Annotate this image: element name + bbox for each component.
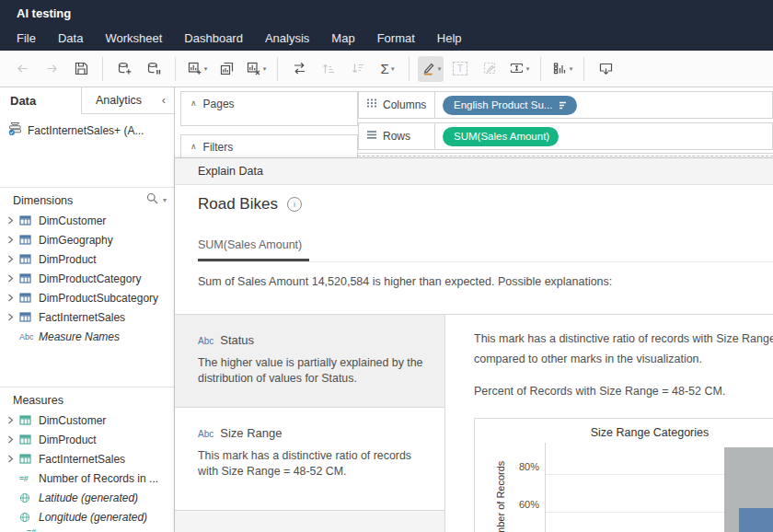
explanation-card-status[interactable]: AbcStatus The higher value is partially … bbox=[175, 315, 444, 408]
chevron-right-icon[interactable] bbox=[7, 455, 19, 463]
divider bbox=[0, 387, 174, 387]
card-body-text: This mark has a distinctive ratio of rec… bbox=[198, 448, 433, 480]
menu-help[interactable]: Help bbox=[426, 31, 473, 45]
card-title-text: Status bbox=[220, 333, 254, 347]
chevron-right-icon[interactable] bbox=[7, 313, 19, 321]
dimensions-list: DimCustomerDimGeographyDimProductDimProd… bbox=[0, 211, 174, 346]
menu-file[interactable]: File bbox=[6, 31, 47, 45]
columns-pill[interactable]: English Product Su... bbox=[443, 96, 577, 115]
toolbar-divider bbox=[102, 57, 103, 81]
rows-pill-label: SUM(Sales Amount) bbox=[454, 131, 549, 142]
chevron-right-icon[interactable] bbox=[7, 294, 19, 302]
search-icon[interactable] bbox=[146, 192, 158, 207]
toolbar-divider bbox=[175, 57, 176, 81]
card-title: AbcSize Range bbox=[198, 426, 428, 440]
field-row[interactable]: DimProduct bbox=[0, 249, 174, 269]
show-hide-cards-button[interactable]: ▾ bbox=[549, 56, 575, 82]
save-button[interactable] bbox=[68, 56, 94, 82]
presentation-mode-button[interactable] bbox=[593, 56, 618, 82]
rows-shelf-label: Rows bbox=[383, 130, 410, 143]
swap-rows-columns-button[interactable] bbox=[286, 56, 312, 82]
menu-worksheet[interactable]: Worksheet bbox=[94, 31, 173, 45]
menu-map[interactable]: Map bbox=[320, 31, 365, 45]
bar-blue_bar[interactable] bbox=[739, 508, 773, 532]
field-row[interactable]: DimProductCategory bbox=[0, 269, 174, 288]
duplicate-sheet-button[interactable] bbox=[213, 56, 239, 82]
field-row[interactable]: DimGeography bbox=[0, 230, 174, 249]
clear-sheet-button[interactable]: ▾ bbox=[243, 56, 269, 82]
chevron-up-icon: ∧ bbox=[190, 142, 197, 151]
y-tick-80: 80% bbox=[493, 461, 539, 472]
field-label: DimProductCategory bbox=[39, 272, 141, 285]
detail-subtitle: Percent of Records with Size Range = 48-… bbox=[474, 385, 725, 398]
rows-pill[interactable]: SUM(Sales Amount) bbox=[443, 127, 559, 146]
field-row[interactable]: FactInternetSales bbox=[0, 307, 174, 327]
info-icon[interactable]: i bbox=[287, 197, 302, 212]
field-row[interactable]: Longitude (generated) bbox=[0, 507, 174, 526]
tab-analytics[interactable]: Analytics bbox=[81, 87, 154, 114]
tab-underline bbox=[198, 261, 773, 262]
field-row[interactable]: Latitude (generated) bbox=[0, 488, 174, 507]
sort-descending-icon bbox=[558, 100, 568, 110]
table-field-icon bbox=[19, 214, 39, 226]
toolbar-divider bbox=[540, 57, 541, 81]
chevron-right-icon[interactable] bbox=[7, 435, 19, 444]
pause-auto-updates-button[interactable] bbox=[141, 56, 167, 82]
abc-field-icon: Abc bbox=[19, 332, 39, 341]
sidebar-tabs: Data Analytics ‹ bbox=[0, 87, 174, 114]
field-label: DimCustomer bbox=[39, 414, 106, 427]
fit-button[interactable]: ▾ bbox=[506, 56, 532, 82]
totals-button[interactable]: Σ▾ bbox=[375, 56, 400, 82]
detail-line1: This mark has a distinctive ratio of rec… bbox=[474, 329, 773, 349]
field-label: DimCustomer bbox=[39, 214, 106, 227]
collapse-pane-icon[interactable]: ‹ bbox=[154, 87, 174, 114]
mark-title: Road Bikes i bbox=[198, 195, 302, 214]
new-worksheet-button[interactable]: ▾ bbox=[184, 56, 210, 82]
chevron-right-icon[interactable] bbox=[7, 416, 19, 424]
view-options-icon[interactable]: ▾ bbox=[163, 196, 167, 204]
card-body-text: The higher value is partially explained … bbox=[198, 355, 433, 387]
table-green-field-icon bbox=[19, 414, 39, 426]
field-row[interactable]: DimProductSubcategory bbox=[0, 288, 174, 307]
explanation-detail: This mark has a distinctive ratio of rec… bbox=[445, 315, 773, 532]
field-row[interactable]: DimProduct bbox=[0, 430, 174, 449]
add-data-source-button[interactable] bbox=[111, 56, 137, 82]
toolbar-divider bbox=[277, 57, 278, 81]
field-row[interactable]: FactInternetSales bbox=[0, 449, 174, 468]
field-label: DimProductSubcategory bbox=[39, 292, 158, 305]
tab-sum-sales-amount[interactable]: SUM(Sales Amount) bbox=[198, 238, 309, 261]
columns-pill-label: English Product Su... bbox=[454, 99, 552, 110]
columns-icon bbox=[366, 98, 377, 111]
field-row[interactable]: DimCustomer bbox=[0, 411, 174, 430]
chevron-right-icon[interactable] bbox=[7, 236, 19, 244]
divider bbox=[0, 187, 174, 188]
rows-shelf[interactable]: Rows SUM(Sales Amount) bbox=[358, 122, 773, 150]
table-field-icon bbox=[19, 253, 39, 265]
field-row[interactable]: =#Number of Records in ... bbox=[0, 468, 174, 488]
dimensions-label: Dimensions bbox=[13, 194, 73, 207]
tab-data[interactable]: Data bbox=[0, 87, 81, 114]
menu-data[interactable]: Data bbox=[47, 31, 94, 45]
datasource-item[interactable]: FactInternetSales+ (A... bbox=[7, 121, 144, 139]
menu-analysis[interactable]: Analysis bbox=[254, 31, 320, 45]
edit-tooltip-button bbox=[477, 56, 502, 82]
chevron-right-icon[interactable] bbox=[7, 255, 19, 263]
explanation-card-partial bbox=[175, 511, 444, 532]
columns-shelf[interactable]: Columns English Product Su... bbox=[358, 91, 773, 119]
field-row[interactable]: DimCustomer bbox=[0, 211, 174, 230]
field-label: DimGeography bbox=[39, 234, 113, 247]
pages-shelf-label: Pages bbox=[203, 98, 235, 110]
chevron-right-icon[interactable] bbox=[7, 216, 19, 225]
detail-description: This mark has a distinctive ratio of rec… bbox=[474, 329, 773, 369]
chevron-right-icon[interactable] bbox=[7, 274, 19, 283]
menu-format[interactable]: Format bbox=[366, 31, 426, 45]
field-label: Number of Records in ... bbox=[39, 472, 158, 485]
menu-dashboard[interactable]: Dashboard bbox=[173, 31, 254, 45]
field-row[interactable]: AbcMeasure Names bbox=[0, 327, 174, 346]
table-field-icon bbox=[19, 234, 39, 246]
pages-shelf[interactable]: ∧ Pages bbox=[180, 91, 358, 126]
highlight-button[interactable]: ▾ bbox=[418, 56, 444, 82]
explanation-cards: AbcStatus The higher value is partially … bbox=[175, 315, 445, 532]
explanation-card-size-range[interactable]: AbcSize Range This mark has a distinctiv… bbox=[175, 408, 444, 511]
filters-shelf[interactable]: ∧ Filters bbox=[180, 134, 358, 158]
